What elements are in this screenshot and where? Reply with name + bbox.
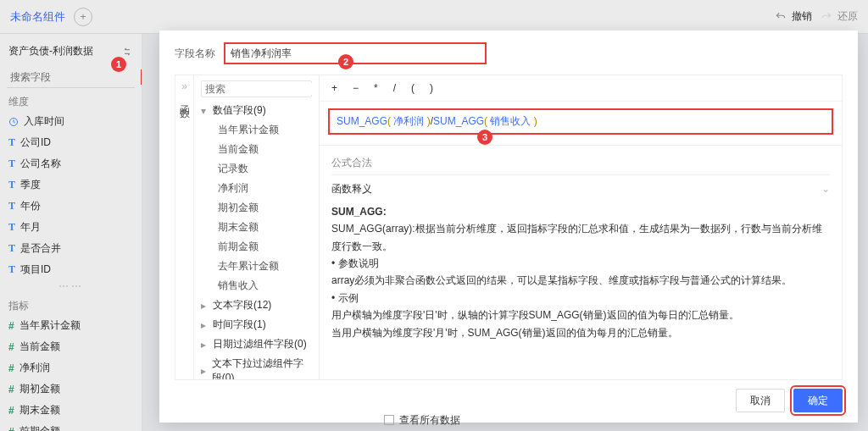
operator-button[interactable]: − — [353, 82, 359, 94]
tree-node-text[interactable]: ▸文本字段(12) — [194, 296, 319, 315]
field-name-label: 字段名称 — [175, 47, 215, 61]
tree-leaf[interactable]: 期初金额 — [194, 198, 319, 218]
tree-leaf[interactable]: 去年累计金额 — [194, 257, 319, 276]
operator-button[interactable]: ( — [411, 82, 415, 94]
operator-button[interactable]: + — [331, 82, 337, 94]
operator-button[interactable]: * — [374, 82, 378, 94]
tree-search[interactable] — [201, 80, 312, 97]
tree-node-datefilter[interactable]: ▸日期过滤组件字段(0) — [194, 334, 319, 354]
tree-node-textfilter[interactable]: ▸文本下拉过滤组件字段(0) — [194, 354, 319, 379]
field-name-input[interactable] — [224, 42, 487, 64]
tree-node-numeric[interactable]: ▾数值字段(9) — [194, 101, 319, 120]
formula-dialog: 字段名称 » 函数 ▾数值字段(9) 当年累计金额当前金额记录数净利润期初金额期… — [159, 30, 858, 423]
callout-badge-1: 1 — [111, 57, 126, 72]
tree-leaf[interactable]: 期末金额 — [194, 218, 319, 237]
tree-leaf[interactable]: 销售收入 — [194, 276, 319, 296]
operator-bar: +−*/() — [320, 75, 842, 102]
operator-button[interactable]: / — [393, 82, 396, 94]
operator-button[interactable]: ) — [430, 82, 433, 94]
tree-node-time[interactable]: ▸时间字段(1) — [194, 315, 319, 334]
function-tab[interactable]: » 函数 — [175, 75, 194, 379]
footer-bar: 查看所有数据 — [159, 409, 858, 431]
view-all-label: 查看所有数据 — [399, 413, 460, 428]
view-all-checkbox[interactable] — [384, 415, 394, 425]
formula-help: 公式合法 函数释义⌄ SUM_AGG: SUM_AGG(array):根据当前分… — [320, 145, 842, 379]
tree-leaf[interactable]: 当年累计金额 — [194, 120, 319, 140]
callout-badge-2: 2 — [338, 54, 353, 69]
tree-leaf[interactable]: 记录数 — [194, 159, 319, 179]
field-tree: ▾数值字段(9) 当年累计金额当前金额记录数净利润期初金额期末金额前期金额去年累… — [194, 75, 320, 379]
tree-leaf[interactable]: 当前金额 — [194, 140, 319, 159]
tree-leaf[interactable]: 净利润 — [194, 179, 319, 198]
formula-editor[interactable]: SUM_AGG( 净利润 )/SUM_AGG( 销售收入 ) — [328, 108, 833, 135]
callout-badge-3: 3 — [477, 130, 492, 145]
chevron-down-icon[interactable]: ⌄ — [821, 180, 830, 197]
collapse-icon[interactable]: » — [181, 80, 187, 92]
tree-search-input[interactable] — [205, 83, 320, 95]
tree-leaf[interactable]: 前期金额 — [194, 237, 319, 257]
